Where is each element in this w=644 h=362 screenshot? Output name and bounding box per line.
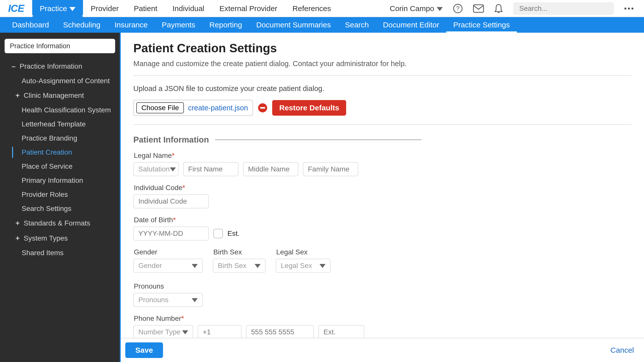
- birth-sex-select[interactable]: Birth Sex: [213, 259, 266, 273]
- tree-child-place-of-service[interactable]: Place of Service: [0, 159, 120, 173]
- label-gender: Gender: [134, 248, 203, 256]
- phone-ext-input[interactable]: [318, 325, 364, 338]
- uploaded-filename: create-patient.json: [188, 104, 248, 112]
- group-rule: [215, 140, 421, 140]
- salutation-select[interactable]: Salutation: [133, 162, 179, 176]
- body-layout: Practice Information – Practice Informat…: [0, 33, 644, 362]
- chevron-down-icon: [192, 262, 198, 270]
- sidebar-section-selector[interactable]: Practice Information: [5, 39, 115, 53]
- page-title: Patient Creation Settings: [133, 41, 631, 55]
- svg-rect-9: [260, 107, 265, 109]
- chevron-down-icon: [69, 4, 75, 13]
- svg-marker-1: [437, 7, 443, 11]
- svg-marker-15: [182, 330, 188, 334]
- subnav-reporting[interactable]: Reporting: [202, 17, 249, 33]
- subnav-payments[interactable]: Payments: [155, 17, 202, 33]
- svg-marker-0: [69, 7, 75, 11]
- help-icon[interactable]: ?: [453, 4, 463, 14]
- tree-child-provider-roles[interactable]: Provider Roles: [0, 188, 120, 202]
- svg-marker-14: [192, 298, 198, 302]
- tree-child-patient-creation[interactable]: Patient Creation: [0, 145, 120, 159]
- tree-item-label: System Types: [24, 234, 68, 242]
- dob-est-label: Est.: [227, 230, 239, 238]
- global-search[interactable]: [513, 2, 614, 15]
- search-input[interactable]: [519, 5, 608, 13]
- individual-code-input[interactable]: [133, 194, 209, 208]
- svg-text:?: ?: [456, 5, 459, 12]
- tree-child-clinic-management[interactable]: + Clinic Management: [0, 88, 120, 103]
- svg-marker-12: [255, 264, 261, 268]
- tree-child-shared-items[interactable]: Shared Items: [0, 246, 120, 260]
- tab-external-provider[interactable]: External Provider: [212, 0, 285, 17]
- main-scroll[interactable]: Patient Creation Settings Manage and cus…: [121, 33, 644, 338]
- middle-name-input[interactable]: [243, 162, 298, 176]
- tree-child-standards-formats[interactable]: + Standards & Formats: [0, 216, 120, 231]
- chevron-down-icon: [182, 328, 188, 336]
- tree-child-search-settings[interactable]: Search Settings: [0, 202, 120, 216]
- sidebar-section-selector-value: Practice Information: [10, 42, 70, 50]
- gender-select[interactable]: Gender: [133, 259, 203, 273]
- tree-child-letterhead-template[interactable]: Letterhead Template: [0, 117, 120, 131]
- tab-individual[interactable]: Individual: [165, 0, 212, 17]
- label-individual-code: Individual Code*: [134, 184, 631, 192]
- label-legal-sex: Legal Sex: [276, 248, 331, 256]
- bell-icon[interactable]: [494, 4, 503, 14]
- restore-defaults-button[interactable]: Restore Defaults: [272, 100, 346, 116]
- choose-file-button[interactable]: Choose File: [136, 102, 184, 113]
- save-button[interactable]: Save: [125, 342, 163, 358]
- sidebar: Practice Information – Practice Informat…: [0, 33, 121, 362]
- chevron-down-icon: [319, 262, 326, 270]
- chevron-down-icon: [170, 165, 176, 173]
- collapse-icon[interactable]: –: [10, 62, 17, 70]
- tree-item-label: Practice Information: [20, 62, 82, 70]
- remove-file-icon[interactable]: [258, 103, 267, 112]
- subnav-search[interactable]: Search: [338, 17, 376, 33]
- upload-hint: Upload a JSON file to customize your cre…: [133, 84, 631, 93]
- subnav-scheduling[interactable]: Scheduling: [56, 17, 107, 33]
- tree-child-system-types[interactable]: + System Types: [0, 231, 120, 246]
- divider: [133, 124, 631, 125]
- tree-child-auto-assignment[interactable]: Auto-Assignment of Content: [0, 74, 120, 88]
- user-menu[interactable]: Corin Campo: [390, 4, 443, 13]
- chevron-down-icon: [437, 4, 443, 13]
- mail-icon[interactable]: [473, 4, 484, 13]
- label-pronouns: Pronouns: [134, 282, 631, 290]
- legal-sex-select[interactable]: Legal Sex: [276, 259, 331, 273]
- tab-patient[interactable]: Patient: [126, 0, 165, 17]
- label-dob: Date of Birth*: [134, 216, 631, 224]
- sidebar-tree: – Practice Information Auto-Assignment o…: [0, 57, 120, 260]
- upload-row: Choose File create-patient.json Restore …: [133, 100, 631, 116]
- pronouns-select[interactable]: Pronouns: [133, 293, 203, 307]
- subnav-practice-settings[interactable]: Practice Settings: [446, 17, 517, 33]
- number-type-select[interactable]: Number Type: [133, 325, 193, 338]
- more-icon[interactable]: [624, 7, 634, 10]
- chevron-down-icon: [255, 262, 261, 270]
- country-code-input[interactable]: [198, 325, 242, 338]
- subnav-document-editor[interactable]: Document Editor: [376, 17, 446, 33]
- svg-marker-13: [319, 264, 326, 268]
- tab-provider[interactable]: Provider: [83, 0, 126, 17]
- subnav-dashboard[interactable]: Dashboard: [5, 17, 56, 33]
- family-name-input[interactable]: [303, 162, 358, 176]
- top-tabs: Practice Provider Patient Individual Ext…: [32, 0, 339, 17]
- svg-point-8: [631, 8, 633, 10]
- first-name-input[interactable]: [183, 162, 238, 176]
- svg-point-6: [624, 8, 626, 10]
- expand-icon[interactable]: +: [14, 92, 21, 100]
- tree-child-primary-information[interactable]: Primary Information: [0, 173, 120, 188]
- tab-practice[interactable]: Practice: [32, 0, 83, 17]
- tree-item-practice-information[interactable]: – Practice Information: [0, 59, 120, 74]
- tab-references[interactable]: References: [285, 0, 338, 17]
- expand-icon[interactable]: +: [14, 234, 21, 242]
- tree-child-health-classification[interactable]: Health Classification System: [0, 103, 120, 117]
- subnav-document-summaries[interactable]: Document Summaries: [249, 17, 338, 33]
- tree-child-practice-branding[interactable]: Practice Branding: [0, 131, 120, 145]
- main: Patient Creation Settings Manage and cus…: [121, 33, 644, 362]
- expand-icon[interactable]: +: [14, 219, 21, 227]
- cancel-link[interactable]: Cancel: [611, 346, 634, 354]
- dob-est-checkbox[interactable]: [213, 229, 223, 238]
- phone-input[interactable]: [246, 325, 314, 338]
- subnav-insurance[interactable]: Insurance: [107, 17, 155, 33]
- dob-input[interactable]: [133, 227, 209, 241]
- svg-rect-4: [473, 5, 484, 12]
